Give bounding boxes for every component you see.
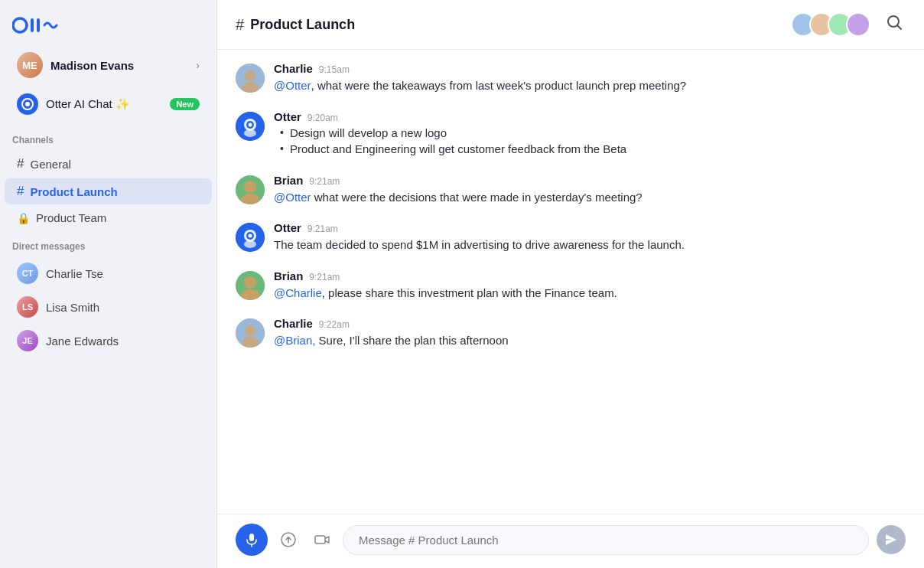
svg-rect-29 bbox=[249, 534, 254, 541]
avatar-otter bbox=[236, 112, 265, 141]
sender-name: Charlie bbox=[274, 62, 313, 75]
svg-point-4 bbox=[25, 102, 30, 106]
svg-rect-2 bbox=[37, 18, 40, 32]
user-profile-row[interactable]: ME Madison Evans › bbox=[5, 46, 212, 84]
message-content: Brian 9:21am @Otter what were the decisi… bbox=[274, 174, 906, 207]
avatar-otter bbox=[236, 223, 265, 252]
otter-ai-icon bbox=[17, 93, 38, 115]
avatar-brian bbox=[236, 175, 265, 204]
message-input-area bbox=[217, 514, 924, 568]
hash-icon: # bbox=[17, 156, 24, 171]
message-row: Otter 9:21am The team decided to spend $… bbox=[236, 221, 906, 254]
upload-button[interactable] bbox=[275, 527, 301, 553]
message-header: Charlie 9:22am bbox=[274, 317, 906, 330]
message-row: Brian 9:21am @Otter what were the decisi… bbox=[236, 174, 906, 207]
sparkle-icon: ✨ bbox=[116, 97, 130, 110]
lock-icon: 🔒 bbox=[17, 212, 30, 224]
channel-hash-icon: # bbox=[236, 16, 244, 34]
upload-icon bbox=[280, 531, 297, 548]
member-avatars bbox=[791, 12, 870, 37]
dm-item-charlie[interactable]: CT Charlie Tse bbox=[5, 257, 212, 289]
otter-avatar-img bbox=[236, 223, 265, 252]
message-header: Charlie 9:15am bbox=[274, 62, 906, 75]
message-time: 9:21am bbox=[309, 176, 340, 187]
dm-item-lisa[interactable]: LS Lisa Smith bbox=[5, 291, 212, 323]
bullet-text: Product and Engineering will get custome… bbox=[290, 142, 626, 155]
mention: @Otter bbox=[274, 191, 311, 204]
send-icon bbox=[884, 533, 898, 547]
sender-name: Otter bbox=[274, 221, 301, 234]
microphone-icon bbox=[244, 532, 259, 547]
message-text: The team decided to spend $1M in adverti… bbox=[274, 237, 906, 254]
svg-point-22 bbox=[244, 240, 256, 248]
channel-name: Product Launch bbox=[30, 185, 117, 198]
charlie-avatar-img bbox=[236, 318, 265, 348]
message-content: Charlie 9:15am @Otter, what were the tak… bbox=[274, 62, 906, 95]
message-header: Brian 9:21am bbox=[274, 269, 906, 282]
message-text: @Brian, Sure, I'll share the plan this a… bbox=[274, 332, 906, 350]
svg-point-8 bbox=[245, 70, 255, 81]
search-button[interactable] bbox=[883, 11, 906, 38]
message-time: 9:15am bbox=[319, 64, 350, 75]
chat-header: # Product Launch bbox=[217, 0, 924, 50]
avatar-brian bbox=[236, 271, 265, 300]
message-text: @Otter, what were the takeaways from las… bbox=[274, 77, 906, 95]
message-row: Otter 9:20am • Design will develop a new… bbox=[236, 110, 906, 158]
svg-point-21 bbox=[249, 234, 252, 238]
bullet-dot: • bbox=[280, 142, 284, 155]
dm-avatar-charlie: CT bbox=[17, 263, 38, 284]
dm-name: Jane Edwards bbox=[46, 335, 119, 348]
sender-name: Charlie bbox=[274, 317, 313, 330]
svg-point-16 bbox=[244, 181, 256, 193]
message-content: Brian 9:21am @Charlie, please share this… bbox=[274, 269, 906, 302]
message-time: 9:21am bbox=[309, 272, 340, 282]
new-badge: New bbox=[170, 98, 200, 110]
video-button[interactable] bbox=[309, 527, 335, 553]
dm-avatar-jane: JE bbox=[17, 330, 38, 351]
bullet-text: Design will develop a new logo bbox=[290, 126, 447, 139]
sidebar-item-general[interactable]: # General bbox=[5, 151, 212, 177]
message-content: Otter 9:21am The team decided to spend $… bbox=[274, 221, 906, 254]
video-icon bbox=[314, 531, 330, 548]
svg-point-24 bbox=[244, 276, 256, 289]
message-content: Charlie 9:22am @Brian, Sure, I'll share … bbox=[274, 317, 906, 350]
otter-ai-chat-row[interactable]: Otter AI Chat✨ New bbox=[5, 87, 212, 121]
channel-name: General bbox=[30, 158, 70, 171]
member-avatar-4 bbox=[846, 12, 870, 37]
svg-point-13 bbox=[249, 122, 252, 126]
otter-small-icon bbox=[21, 97, 34, 111]
otter-logo bbox=[12, 14, 58, 37]
svg-rect-32 bbox=[315, 536, 325, 544]
avatar-charlie bbox=[236, 318, 265, 348]
sidebar-item-product-launch[interactable]: # Product Launch bbox=[5, 178, 212, 204]
logo-area bbox=[0, 0, 216, 46]
microphone-button[interactable] bbox=[236, 524, 268, 556]
mention: @Brian, bbox=[274, 334, 315, 347]
sender-name: Brian bbox=[274, 174, 303, 187]
mention: @Charlie bbox=[274, 286, 322, 299]
brian-avatar-img bbox=[236, 175, 265, 204]
svg-rect-1 bbox=[31, 18, 34, 32]
hash-icon: # bbox=[17, 184, 24, 199]
bullet-item: • Product and Engineering will get custo… bbox=[280, 142, 906, 155]
message-header: Otter 9:21am bbox=[274, 221, 906, 234]
send-button[interactable] bbox=[877, 525, 906, 554]
channels-section-label: Channels bbox=[0, 124, 216, 150]
svg-point-14 bbox=[244, 129, 256, 137]
main-chat-area: # Product Launch bbox=[217, 0, 924, 568]
message-row: Charlie 9:15am @Otter, what were the tak… bbox=[236, 62, 906, 95]
message-text: @Otter what were the decisions that were… bbox=[274, 189, 906, 207]
message-header: Brian 9:21am bbox=[274, 174, 906, 187]
message-input[interactable] bbox=[343, 525, 869, 555]
sidebar-item-product-team[interactable]: 🔒 Product Team bbox=[5, 206, 212, 230]
dm-section-label: Direct messages bbox=[0, 230, 216, 256]
mention: @Otter bbox=[274, 79, 311, 92]
dm-item-jane[interactable]: JE Jane Edwards bbox=[5, 325, 212, 357]
channel-name: Product Team bbox=[36, 211, 106, 224]
chevron-right-icon: › bbox=[196, 59, 200, 71]
sidebar: ME Madison Evans › Otter AI Chat✨ New Ch… bbox=[0, 0, 217, 568]
user-name: Madison Evans bbox=[50, 59, 196, 72]
dm-name: Charlie Tse bbox=[46, 267, 103, 280]
message-row: Brian 9:21am @Charlie, please share this… bbox=[236, 269, 906, 302]
message-time: 9:22am bbox=[319, 319, 350, 330]
